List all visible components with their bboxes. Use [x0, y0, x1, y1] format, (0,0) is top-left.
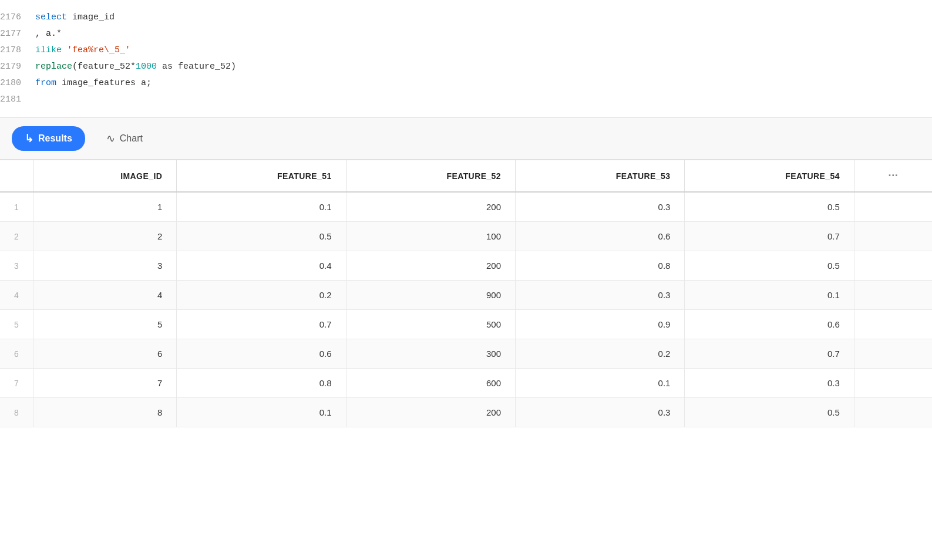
feature-54-cell: 0.7: [685, 222, 854, 251]
row-number-cell: 2: [0, 222, 33, 251]
column-header: IMAGE_ID: [33, 160, 176, 192]
image-id-cell: 7: [33, 369, 176, 398]
row-number-cell: 5: [0, 310, 33, 339]
row-number-cell: 8: [0, 398, 33, 427]
feature-54-cell: 0.5: [685, 192, 854, 222]
feature-51-cell: 0.1: [177, 398, 346, 427]
table-row: 550.75000.90.6: [0, 310, 932, 339]
feature-52-cell: 200: [346, 251, 515, 281]
feature-52-cell: 300: [346, 339, 515, 369]
line-number: 2181: [0, 93, 35, 107]
feature-53-cell: 0.8: [516, 251, 685, 281]
feature-51-cell: 0.8: [177, 369, 346, 398]
column-header: FEATURE_51: [177, 160, 346, 192]
image-id-cell: 4: [33, 281, 176, 310]
code-token: 'fea%re\_5_': [67, 45, 130, 55]
feature-51-cell: 0.1: [177, 192, 346, 222]
code-content: , a.*: [35, 27, 932, 41]
code-token: from: [35, 78, 56, 88]
image-id-cell: 3: [33, 251, 176, 281]
feature-53-cell: 0.3: [516, 192, 685, 222]
more-columns-cell: [854, 310, 932, 339]
feature-53-cell: 0.6: [516, 222, 685, 251]
table-row: 330.42000.80.5: [0, 251, 932, 281]
more-columns-cell: [854, 222, 932, 251]
code-line: 2176select image_id: [0, 9, 932, 26]
image-id-cell: 5: [33, 310, 176, 339]
image-id-cell: 1: [33, 192, 176, 222]
column-header: FEATURE_54: [685, 160, 854, 192]
code-line: 2177 , a.*: [0, 26, 932, 42]
more-columns-header: ···: [854, 160, 932, 192]
feature-51-cell: 0.2: [177, 281, 346, 310]
image-id-cell: 2: [33, 222, 176, 251]
table-row: 110.12000.30.5: [0, 192, 932, 222]
feature-52-cell: 500: [346, 310, 515, 339]
row-number-cell: 1: [0, 192, 33, 222]
feature-51-cell: 0.4: [177, 251, 346, 281]
feature-54-cell: 0.6: [685, 310, 854, 339]
feature-53-cell: 0.2: [516, 339, 685, 369]
feature-52-cell: 200: [346, 398, 515, 427]
toolbar: ↳ Results ∿ Chart: [0, 118, 932, 160]
feature-53-cell: 0.3: [516, 281, 685, 310]
results-label: Results: [38, 133, 72, 144]
more-columns-cell: [854, 251, 932, 281]
feature-51-cell: 0.6: [177, 339, 346, 369]
feature-54-cell: 0.1: [685, 281, 854, 310]
code-line: 2178 ilike 'fea%re\_5_': [0, 42, 932, 59]
image-id-cell: 6: [33, 339, 176, 369]
row-number-header: [0, 160, 33, 192]
more-columns-cell: [854, 369, 932, 398]
column-header: FEATURE_52: [346, 160, 515, 192]
chart-button[interactable]: ∿ Chart: [97, 126, 152, 151]
code-token: select: [35, 12, 67, 22]
more-columns-cell: [854, 281, 932, 310]
line-number: 2179: [0, 60, 35, 74]
feature-52-cell: 100: [346, 222, 515, 251]
code-content: replace(feature_52*1000 as feature_52): [35, 60, 932, 74]
feature-51-cell: 0.7: [177, 310, 346, 339]
line-number: 2178: [0, 43, 35, 58]
line-number: 2176: [0, 11, 35, 25]
results-table-wrapper: IMAGE_IDFEATURE_51FEATURE_52FEATURE_53FE…: [0, 160, 932, 427]
line-number: 2177: [0, 27, 35, 41]
more-columns-cell: [854, 339, 932, 369]
code-line: 2180from image_features a;: [0, 75, 932, 92]
code-content: select image_id: [35, 11, 932, 25]
table-row: 770.86000.10.3: [0, 369, 932, 398]
more-columns-cell: [854, 398, 932, 427]
image-id-cell: 8: [33, 398, 176, 427]
code-token: image_features a;: [56, 78, 152, 88]
code-line: 2179 replace(feature_52*1000 as feature_…: [0, 59, 932, 75]
feature-54-cell: 0.3: [685, 369, 854, 398]
feature-54-cell: 0.5: [685, 398, 854, 427]
feature-52-cell: 900: [346, 281, 515, 310]
code-editor: 2176select image_id2177 , a.*2178 ilike …: [0, 0, 932, 118]
more-columns-cell: [854, 192, 932, 222]
results-table: IMAGE_IDFEATURE_51FEATURE_52FEATURE_53FE…: [0, 160, 932, 427]
code-token: ilike: [35, 45, 67, 55]
arrow-icon: ↳: [25, 132, 33, 145]
line-number: 2180: [0, 76, 35, 90]
row-number-cell: 7: [0, 369, 33, 398]
feature-54-cell: 0.7: [685, 339, 854, 369]
feature-53-cell: 0.1: [516, 369, 685, 398]
feature-52-cell: 200: [346, 192, 515, 222]
row-number-cell: 6: [0, 339, 33, 369]
table-row: 880.12000.30.5: [0, 398, 932, 427]
row-number-cell: 3: [0, 251, 33, 281]
table-row: 440.29000.30.1: [0, 281, 932, 310]
row-number-cell: 4: [0, 281, 33, 310]
code-content: ilike 'fea%re\_5_': [35, 43, 932, 58]
code-token: , a.*: [35, 29, 62, 39]
code-token: replace: [35, 62, 72, 72]
code-content: from image_features a;: [35, 76, 932, 90]
results-button[interactable]: ↳ Results: [12, 126, 85, 151]
feature-52-cell: 600: [346, 369, 515, 398]
feature-53-cell: 0.3: [516, 398, 685, 427]
code-line: 2181: [0, 92, 932, 108]
column-header: FEATURE_53: [516, 160, 685, 192]
code-token: as feature_52): [157, 62, 236, 72]
code-token: 1000: [136, 62, 157, 72]
